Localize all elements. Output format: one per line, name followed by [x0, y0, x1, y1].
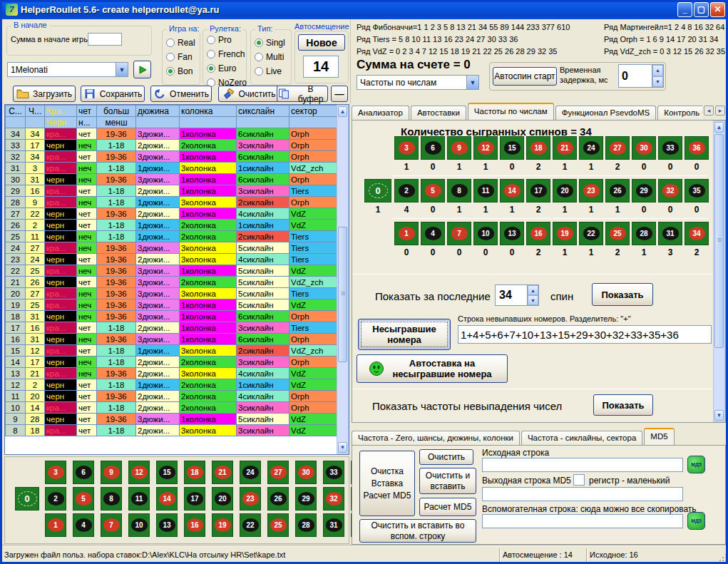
clear-button[interactable]: Очистить	[218, 86, 280, 102]
board-number-27[interactable]: 27	[267, 461, 289, 484]
table-header-cell[interactable]	[289, 117, 338, 128]
radio-euro[interactable]: Euro	[207, 61, 247, 76]
table-row[interactable]: 289кра...неч1-181дюжи...3колонка2сиклайн…	[6, 197, 338, 208]
table-header-cell[interactable]: чет	[77, 106, 97, 117]
board-number-33[interactable]: 33	[323, 461, 344, 484]
table-row[interactable]: 1831черннеч19-363дюжи...1колонка6сиклайн…	[6, 311, 338, 322]
table-row[interactable]: 313кра...неч1-181дюжи...3колонка1сиклайн…	[6, 163, 338, 174]
md5-clear-button[interactable]: Очистить	[419, 449, 473, 465]
table-row[interactable]: 1321кра...неч19-362дюжи...3колонка4сикла…	[6, 368, 338, 379]
md5-clear-paste-button[interactable]: Очистить и вставить	[419, 468, 476, 494]
table-header-cell[interactable]: С...	[6, 106, 26, 117]
board-number-3[interactable]: 3	[45, 461, 66, 484]
table-header-cell[interactable]	[26, 117, 45, 128]
bottom-tab-Частота - Zero, шансы, дюжины, колонки[interactable]: Частота - Zero, шансы, дюжины, колонки	[352, 431, 520, 446]
table-row[interactable]: 1120чернчет19-362дюжи...2колонка4сиклайн…	[6, 391, 338, 402]
mode-combobox[interactable]: Частоты по числам ▼	[357, 75, 479, 90]
autobet-unplayed-button[interactable]: Автоставка на несыгравшие номера	[357, 354, 508, 383]
board-number-9[interactable]: 9	[101, 461, 122, 484]
delay-spinner[interactable]: 0 ▲▼	[618, 64, 664, 88]
show-button[interactable]: Показать	[592, 283, 653, 306]
table-header-cell[interactable]: Черн	[45, 117, 77, 128]
board-number-31[interactable]: 31	[323, 513, 344, 537]
spin-down-icon[interactable]: ▼	[528, 295, 538, 305]
board-number-11[interactable]: 11	[128, 487, 150, 511]
table-row[interactable]: 1925кра...неч19-363дюжи...1колонка5сикла…	[6, 299, 338, 311]
table-header-cell[interactable]: менш	[97, 117, 136, 128]
undo-button[interactable]: Отменить	[150, 86, 212, 102]
radio-live[interactable]: Live	[255, 64, 285, 78]
radio-bon[interactable]: Bon	[166, 64, 195, 78]
register-checkbox[interactable]	[573, 474, 585, 486]
unplayed-string-input[interactable]	[458, 325, 712, 344]
table-row[interactable]: 1716кра...чет1-182дюжи...1колонка3сиклай…	[6, 322, 338, 334]
tab-Функционал PsevdoMS[interactable]: Функционал PsevdoMS	[555, 106, 657, 121]
board-number-18[interactable]: 18	[184, 461, 205, 484]
table-row[interactable]: 928чернчет19-363дюжи...1колонка5сиклайнV…	[6, 414, 338, 425]
table-header-cell[interactable]	[180, 117, 237, 128]
board-number-30[interactable]: 30	[295, 461, 317, 484]
spin-up-icon[interactable]: ▲	[528, 285, 538, 295]
table-header-cell[interactable]	[136, 117, 180, 128]
board-number-23[interactable]: 23	[240, 487, 261, 511]
load-button[interactable]: Загрузить	[13, 86, 76, 102]
autospin-start-button[interactable]: Автоспин старт	[493, 67, 557, 86]
board-number-2[interactable]: 2	[45, 487, 66, 511]
board-number-12[interactable]: 12	[128, 461, 150, 484]
table-row[interactable]: 3317черннеч1-182дюжи...2колонка3сиклайнO…	[6, 140, 338, 151]
table-header-cell[interactable]: колонка	[180, 106, 237, 117]
radio-fan[interactable]: Fan	[166, 50, 195, 64]
radio-real[interactable]: Real	[166, 36, 195, 50]
radio-french[interactable]: French	[207, 47, 247, 61]
bottom-tab-Частота - сиклайны, сектора[interactable]: Частота - сиклайны, сектора	[521, 431, 642, 446]
chevron-down-icon[interactable]: ▼	[116, 63, 128, 76]
table-row[interactable]: 1631черннеч19-363дюжи...1колонка6сиклайн…	[6, 334, 338, 345]
table-header-cell[interactable]: дюжина	[136, 106, 180, 117]
table-row[interactable]: 818кра...чет1-182дюжи...3колонка3сиклайн…	[6, 425, 338, 436]
md5-source-input[interactable]	[482, 458, 683, 472]
preset-combobox[interactable]: 1Melonati ▼	[7, 62, 128, 77]
scroll-up-icon[interactable]: ▲	[338, 106, 347, 117]
spin-up-icon[interactable]: ▲	[652, 65, 663, 76]
panel-scrollbar[interactable]: ▲ ▼	[713, 121, 725, 422]
table-row[interactable]: 2225кра...неч19-363дюжи...1колонка5сикла…	[6, 265, 338, 277]
scrollbar-thumb[interactable]	[714, 134, 724, 348]
table-scrollbar[interactable]: ▲ ▼	[337, 105, 349, 454]
board-number-20[interactable]: 20	[212, 487, 233, 511]
table-header-cell[interactable]: сикслайн	[237, 106, 289, 117]
board-number-28[interactable]: 28	[295, 513, 317, 537]
md5-big-button[interactable]: Очистка Вставка Расчет MD5	[359, 451, 415, 516]
board-number-5[interactable]: 5	[73, 487, 94, 511]
board-number-17[interactable]: 17	[184, 487, 205, 511]
table-header-cell[interactable]	[6, 117, 26, 128]
close-button[interactable]: ✕	[710, 2, 725, 17]
chevron-down-icon[interactable]: ▼	[466, 76, 478, 89]
table-row[interactable]: 1417черннеч1-182дюжи...2колонка3сиклайнO…	[6, 357, 338, 368]
board-number-7[interactable]: 7	[101, 513, 122, 537]
to-buffer-button[interactable]: В буфер	[277, 86, 328, 102]
table-row[interactable]: 1014кра...чет1-182дюжи...2колонка3сиклай…	[6, 402, 338, 414]
md5-aux-input[interactable]	[482, 514, 683, 528]
scrollbar-thumb[interactable]	[338, 227, 347, 362]
md5-output-input[interactable]	[482, 487, 683, 501]
board-number-14[interactable]: 14	[156, 487, 178, 511]
board-number-16[interactable]: 16	[184, 513, 205, 537]
board-number-1[interactable]: 1	[45, 513, 66, 537]
spin-down-icon[interactable]: ▼	[652, 76, 663, 88]
table-header-cell[interactable]: Кра...	[45, 106, 77, 117]
table-header-cell[interactable]: н...	[77, 117, 97, 128]
tab-Автоставки[interactable]: Автоставки	[411, 106, 466, 121]
table-row[interactable]: 2427кра...неч19-363дюжи...3колонка5сикла…	[6, 242, 338, 254]
md5-aux-icon[interactable]: МД5	[687, 512, 705, 530]
start-sum-input[interactable]	[88, 33, 122, 46]
show-miss-freq-button[interactable]: Показать	[593, 394, 653, 416]
bottom-tab-MD5[interactable]: MD5	[644, 428, 674, 446]
save-button[interactable]: Сохранить	[81, 86, 145, 102]
board-number-26[interactable]: 26	[267, 487, 289, 511]
radio-pro[interactable]: Pro	[207, 33, 247, 47]
radio-singl[interactable]: Singl	[255, 36, 285, 50]
scroll-down-icon[interactable]: ▼	[338, 442, 347, 453]
table-row[interactable]: 3031черннеч19-363дюжи...1колонка6сиклайн…	[6, 174, 338, 185]
table-row[interactable]: 2027кра...неч19-363дюжи...3колонка5сикла…	[6, 288, 338, 299]
tab-Контроль банкро[interactable]: Контроль банкро	[657, 106, 702, 121]
